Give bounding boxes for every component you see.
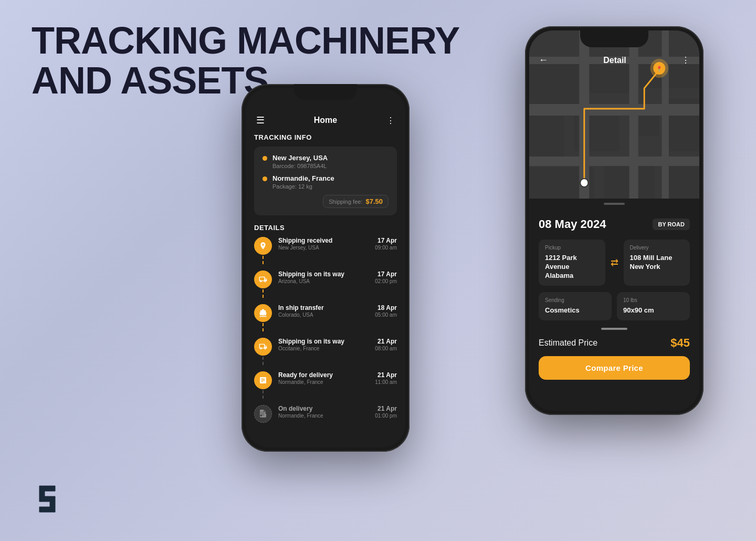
estimated-label: Estimated Price — [539, 338, 597, 348]
timeline-item-5: On delivery Normandie, France 21 Apr 01:… — [254, 405, 397, 423]
tracking-info-label: TRACKING INFO — [254, 133, 397, 141]
dashed-3 — [262, 357, 264, 365]
svg-marker-20 — [39, 486, 55, 512]
dashed-2 — [262, 323, 264, 331]
dimensions-value: 90x90 cm — [623, 306, 684, 315]
dashed-1 — [262, 289, 264, 298]
phone1-screen: ☰ Home ⋮ TRACKING INFO New Jersey, USA B… — [246, 88, 405, 448]
shipping-fee-row: Shipping fee: $7.50 — [262, 195, 388, 208]
phone2-notch — [580, 30, 648, 47]
timeline-body-0: Shipping received New Jersey, USA — [278, 237, 362, 251]
dimensions-card: 10 lbs 90x90 cm — [617, 292, 690, 320]
location1-name: New Jersey, USA — [272, 154, 328, 162]
details-label: DETAILS — [254, 224, 397, 232]
timeline-date-0: 17 Apr 09:00 am — [368, 237, 397, 251]
timeline-icon-3 — [254, 338, 272, 356]
date-row: 08 May 2024 BY ROAD — [539, 217, 690, 231]
svg-rect-10 — [529, 104, 699, 116]
location1-barcode: Barcode: 098785A4L — [272, 163, 328, 169]
pickup-label: Pickup — [545, 245, 599, 251]
arrow-icon: ⇄ — [611, 240, 618, 286]
pickup-address: 1212 Park Avenue Alabama — [545, 254, 599, 280]
phone2-screen: 📍 ← Detail ⋮ 08 May 2024 BY ROAD Pic — [529, 30, 699, 411]
timeline-icon-1 — [254, 270, 272, 288]
delivery-address: 108 Mill Lane New York — [630, 254, 684, 272]
pickup-card: Pickup 1212 Park Avenue Alabama — [539, 240, 605, 286]
estimated-value: $45 — [670, 336, 690, 350]
timeline-item-0: Shipping received New Jersey, USA 17 Apr… — [254, 237, 397, 264]
phone1-title: Home — [314, 116, 337, 125]
phone1: ☰ Home ⋮ TRACKING INFO New Jersey, USA B… — [242, 84, 410, 452]
dashed-0 — [262, 256, 264, 264]
phone2: 📍 ← Detail ⋮ 08 May 2024 BY ROAD Pic — [525, 26, 704, 415]
dashed-4 — [262, 390, 264, 399]
timeline: Shipping received New Jersey, USA 17 Apr… — [254, 237, 397, 423]
phone1-more-icon[interactable]: ⋮ — [386, 116, 395, 126]
date-time-0: 09:00 am — [368, 245, 397, 251]
sending-label: Sending — [545, 297, 605, 303]
shipping-fee-label: Shipping fee: — [329, 199, 362, 205]
detail-date: 08 May 2024 — [539, 217, 606, 231]
timeline-item-1: Shipping is on its way Arizona, USA 17 A… — [254, 270, 397, 298]
dot1 — [262, 156, 267, 161]
info-row2: Sending Cosmetics 10 lbs 90x90 cm — [539, 292, 690, 320]
dot2 — [262, 176, 267, 181]
back-button[interactable]: ← — [539, 55, 548, 66]
timeline-icon-5 — [254, 405, 272, 423]
detail-title: Detail — [603, 56, 626, 65]
logo — [32, 483, 63, 515]
location1: New Jersey, USA Barcode: 098785A4L — [262, 154, 388, 169]
timeline-item-2: In ship transfer Colorado, USA 18 Apr 05… — [254, 304, 397, 331]
location2-package: Package: 12 kg — [272, 183, 334, 190]
scroll-bar — [604, 203, 625, 205]
phone2-info: 08 May 2024 BY ROAD Pickup 1212 Park Ave… — [529, 209, 699, 411]
svg-point-16 — [580, 179, 588, 187]
details-section: DETAILS Shipping received New Jersey, US — [254, 224, 397, 423]
delivery-label: Delivery — [630, 245, 684, 251]
phone1-notch — [294, 84, 357, 100]
date-main-0: 17 Apr — [368, 237, 397, 244]
weight-label: 10 lbs — [623, 297, 684, 303]
svg-rect-11 — [529, 157, 699, 166]
timeline-sub-0: New Jersey, USA — [278, 245, 362, 251]
timeline-item-4: Ready for delivery Normandie, France 21 … — [254, 371, 397, 399]
transport-badge: BY ROAD — [653, 219, 690, 230]
shipping-fee-badge: Shipping fee: $7.50 — [323, 195, 388, 208]
scroll-indicator — [529, 199, 699, 209]
phone1-content: TRACKING INFO New Jersey, USA Barcode: 0… — [246, 133, 405, 448]
timeline-item-3: Shipping is on its way Occitanie, France… — [254, 338, 397, 365]
timeline-title-0: Shipping received — [278, 237, 362, 244]
shipping-fee-value: $7.50 — [365, 197, 383, 205]
tracking-card: New Jersey, USA Barcode: 098785A4L Norma… — [254, 147, 397, 215]
svg-rect-9 — [664, 162, 699, 199]
info-grid: Pickup 1212 Park Avenue Alabama ⇄ Delive… — [539, 240, 690, 286]
phone2-map: 📍 ← Detail ⋮ — [529, 30, 699, 199]
compare-price-button[interactable]: Compare Price — [539, 356, 690, 380]
timeline-icon-2 — [254, 304, 272, 322]
estimated-row: Estimated Price $45 — [539, 336, 690, 350]
menu-icon[interactable]: ☰ — [256, 115, 265, 126]
timeline-icon-0 — [254, 237, 272, 255]
more-button[interactable]: ⋮ — [681, 55, 690, 65]
location2: Normandie, France Package: 12 kg — [262, 174, 388, 190]
timeline-icon-4 — [254, 371, 272, 389]
location2-name: Normandie, France — [272, 174, 334, 182]
scroll-indicator-2 — [539, 328, 690, 330]
sending-card: Sending Cosmetics — [539, 292, 612, 320]
sending-value: Cosmetics — [545, 306, 605, 315]
delivery-card: Delivery 108 Mill Lane New York — [624, 240, 690, 286]
svg-rect-3 — [529, 115, 564, 157]
scroll-bar-2 — [601, 328, 627, 330]
